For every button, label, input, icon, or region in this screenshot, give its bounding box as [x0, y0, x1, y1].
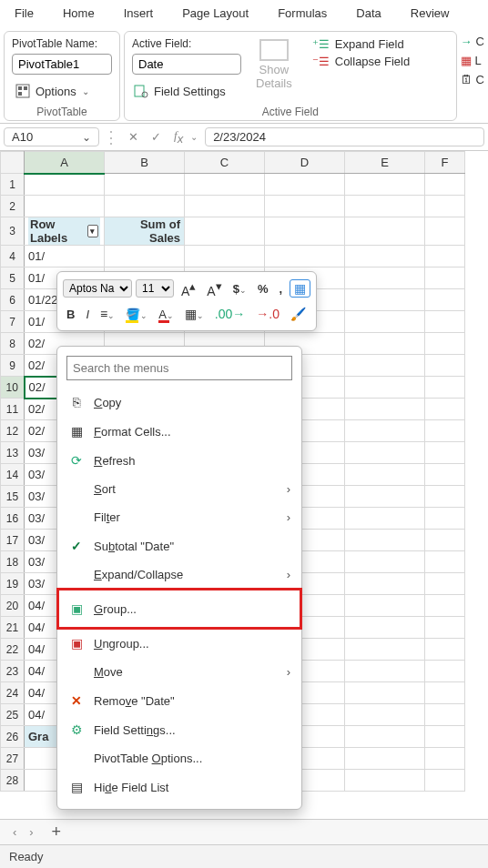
sheet-nav-next[interactable]: ›	[29, 825, 33, 839]
row-header[interactable]: 1	[1, 174, 25, 196]
row-header[interactable]: 7	[1, 311, 25, 333]
col-header-B[interactable]: B	[105, 152, 185, 174]
col-header-A[interactable]: A	[25, 152, 105, 174]
menu-field-settings[interactable]: ⚙ Field Settings...	[57, 715, 301, 744]
row-header[interactable]: 19	[1, 573, 25, 595]
row-header[interactable]: 22	[1, 639, 25, 661]
arrow-right-button[interactable]: →C	[461, 35, 484, 48]
row-header[interactable]: 21	[1, 617, 25, 639]
sheet-nav-prev[interactable]: ‹	[13, 825, 16, 839]
menu-ungroup[interactable]: ▣ Ungroup...	[57, 629, 301, 658]
row-header[interactable]: 8	[1, 333, 25, 355]
menu-search-input[interactable]	[66, 356, 292, 380]
expand-field-button[interactable]: ⁺☰ Expand Field	[312, 37, 410, 51]
tab-file[interactable]: File	[0, 3, 48, 24]
tab-home[interactable]: Home	[48, 3, 109, 24]
add-sheet-button[interactable]: +	[46, 823, 66, 843]
tab-insert[interactable]: Insert	[109, 3, 168, 24]
options-button[interactable]: Options ⌄	[12, 80, 112, 102]
percent-button[interactable]: %	[254, 281, 272, 296]
enter-button[interactable]: ✓	[146, 130, 167, 144]
font-family-select[interactable]: Aptos Na	[63, 279, 132, 298]
menu-move[interactable]: Move ›	[57, 658, 301, 686]
collapse-field-button[interactable]: ⁻☰ Collapse Field	[312, 55, 410, 68]
borders-button[interactable]: ▦⌄	[181, 307, 208, 321]
menu-pivottable-options[interactable]: PivotTable Options...	[57, 744, 301, 772]
filter-dropdown-icon[interactable]: ▾	[87, 225, 98, 237]
menu-refresh[interactable]: ⟳ Refresh	[57, 446, 301, 475]
tab-formulas[interactable]: Formulas	[263, 3, 341, 24]
chevron-down-icon[interactable]: ⌄	[190, 132, 198, 142]
field-settings-button[interactable]: Field Settings	[132, 80, 241, 102]
pivot-row-labels-header[interactable]: Row Labels▾	[25, 217, 105, 246]
menu-copy[interactable]: ⎘ Copy	[57, 388, 301, 417]
italic-button[interactable]: I	[82, 307, 93, 321]
row-header[interactable]: 28	[1, 770, 25, 792]
menu-group[interactable]: ▣ Group...	[57, 589, 301, 629]
menu-sort[interactable]: Sort ›	[57, 475, 301, 503]
menu-hide-field-list[interactable]: ▤ Hide Field List	[57, 772, 301, 802]
tab-page-layout[interactable]: Page Layout	[168, 3, 263, 24]
chevron-right-icon: ›	[287, 510, 290, 524]
row-header[interactable]: 10	[1, 377, 25, 399]
comma-button[interactable]: ,	[275, 281, 286, 296]
currency-button[interactable]: $⌄	[229, 281, 250, 296]
menu-subtotal[interactable]: ✓ Subtotal "Date"	[57, 531, 301, 560]
font-size-select[interactable]: 11	[136, 279, 174, 298]
align-button[interactable]: ≡⌄	[97, 307, 118, 321]
cancel-button[interactable]: ✕	[123, 130, 144, 144]
menu-expand-collapse[interactable]: Expand/Collapse ›	[57, 560, 301, 589]
menu-filter[interactable]: Filter ›	[57, 503, 301, 531]
row-header[interactable]: 20	[1, 595, 25, 617]
chevron-down-icon[interactable]: ⌄	[82, 131, 91, 144]
decrease-decimals-button[interactable]: →.0	[252, 307, 283, 321]
row-header[interactable]: 18	[1, 551, 25, 573]
row-header[interactable]: 24	[1, 682, 25, 704]
col-header-E[interactable]: E	[345, 152, 425, 174]
pivot-values-header[interactable]: Sum of Sales	[105, 217, 185, 246]
row-header[interactable]: 27	[1, 748, 25, 770]
row-header[interactable]: 25	[1, 704, 25, 726]
menu-format-cells[interactable]: ▦ Format Cells...	[57, 417, 301, 446]
row-header[interactable]: 5	[1, 267, 25, 289]
row-header[interactable]: 6	[1, 289, 25, 311]
format-painter-button[interactable]: 🖌️	[287, 307, 310, 321]
menu-label: Subtotal "Date"	[94, 540, 174, 553]
table-format-button[interactable]: ▦	[290, 279, 310, 298]
pivottable-name-input[interactable]	[12, 54, 112, 75]
menu-remove[interactable]: ✕ Remove "Date"	[57, 686, 301, 715]
row-header[interactable]: 13	[1, 442, 25, 464]
decrease-font-button[interactable]: A▾	[203, 279, 225, 298]
col-header-F[interactable]: F	[425, 152, 465, 174]
formula-input[interactable]: 2/23/2024	[205, 127, 484, 146]
active-field-input[interactable]	[132, 54, 241, 75]
bold-button[interactable]: B	[63, 307, 78, 321]
col-header-C[interactable]: C	[185, 152, 265, 174]
col-header-D[interactable]: D	[265, 152, 345, 174]
tab-data[interactable]: Data	[341, 3, 395, 24]
row-header[interactable]: 12	[1, 420, 25, 442]
tab-review[interactable]: Review	[396, 3, 464, 24]
menu-search[interactable]	[66, 356, 292, 380]
increase-decimals-button[interactable]: .00→	[211, 307, 249, 321]
name-box[interactable]: A10 ⌄	[4, 127, 99, 146]
row-header[interactable]: 17	[1, 530, 25, 551]
row-header[interactable]: 11	[1, 399, 25, 420]
row-header[interactable]: 14	[1, 464, 25, 486]
insert-slicer-button[interactable]: ▦L	[461, 54, 484, 67]
row-header[interactable]: 15	[1, 486, 25, 508]
row-header[interactable]: 2	[1, 196, 25, 217]
row-header[interactable]: 9	[1, 355, 25, 377]
pivot-row[interactable]: 01/	[25, 246, 105, 267]
row-header[interactable]: 4	[1, 246, 25, 267]
insert-timeline-button[interactable]: 🗓C	[461, 73, 484, 86]
row-header[interactable]: 3	[1, 217, 25, 246]
increase-font-button[interactable]: A▴	[178, 279, 199, 298]
fill-color-button[interactable]: 🪣⌄	[122, 307, 151, 321]
row-header[interactable]: 23	[1, 661, 25, 682]
font-color-button[interactable]: A⌄	[155, 307, 178, 321]
row-header[interactable]: 16	[1, 508, 25, 530]
row-header[interactable]: 26	[1, 726, 25, 748]
select-all-cell[interactable]	[1, 152, 25, 174]
fx-button[interactable]: fx	[168, 128, 188, 146]
